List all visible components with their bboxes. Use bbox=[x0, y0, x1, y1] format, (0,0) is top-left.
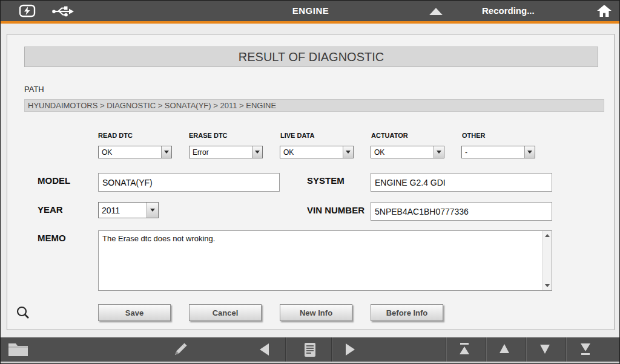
home-icon[interactable] bbox=[596, 4, 612, 20]
result-panel: RESULT OF DIAGNOSTIC PATH HYUNDAIMOTORS … bbox=[7, 34, 615, 330]
accent-line bbox=[1, 21, 620, 24]
cancel-button[interactable]: Cancel bbox=[189, 304, 262, 321]
chevron-down-icon[interactable] bbox=[343, 146, 353, 158]
magnifier-icon[interactable] bbox=[16, 305, 30, 322]
erase-dtc-value: Error bbox=[190, 146, 252, 158]
other-value: - bbox=[462, 146, 524, 158]
scroll-up-icon[interactable] bbox=[542, 231, 552, 240]
toolbar-divider bbox=[285, 337, 286, 362]
erase-dtc-select[interactable]: Error bbox=[189, 146, 263, 158]
actuator-value: OK bbox=[371, 146, 434, 158]
other-select[interactable]: - bbox=[461, 146, 535, 158]
chevron-down-icon[interactable] bbox=[161, 146, 171, 158]
path-label: PATH bbox=[24, 85, 44, 94]
chevron-down-icon[interactable] bbox=[524, 146, 535, 158]
read-dtc-value: OK bbox=[99, 146, 161, 158]
chevron-down-icon[interactable] bbox=[252, 146, 262, 158]
prev-arrow-icon[interactable] bbox=[260, 343, 269, 356]
memo-scrollbar[interactable] bbox=[542, 231, 552, 290]
scroll-bottom-icon[interactable] bbox=[579, 342, 592, 356]
scroll-down-icon[interactable] bbox=[542, 281, 552, 290]
eject-icon[interactable] bbox=[429, 8, 443, 15]
year-value: 2011 bbox=[99, 203, 147, 218]
breadcrumb: HYUNDAIMOTORS > DIAGNOSTIC > SONATA(YF) … bbox=[24, 99, 604, 112]
chevron-down-icon[interactable] bbox=[147, 203, 158, 218]
other-label: OTHER bbox=[462, 132, 486, 139]
before-info-button[interactable]: Before Info bbox=[371, 304, 443, 321]
new-info-button[interactable]: New Info bbox=[280, 304, 352, 321]
report-icon[interactable] bbox=[303, 342, 317, 358]
actuator-label: ACTUATOR bbox=[371, 132, 408, 139]
panel-header: RESULT OF DIAGNOSTIC bbox=[24, 47, 598, 67]
live-data-label: LIVE DATA bbox=[280, 132, 314, 139]
toolbar-divider bbox=[566, 337, 566, 362]
live-data-select[interactable]: OK bbox=[280, 146, 354, 158]
system-field[interactable] bbox=[371, 173, 552, 192]
system-label: SYSTEM bbox=[307, 175, 345, 186]
recording-status: Recording... bbox=[482, 1, 535, 21]
memo-label: MEMO bbox=[38, 233, 66, 243]
bottom-toolbar bbox=[1, 337, 620, 362]
scroll-down-arrow-icon[interactable] bbox=[538, 342, 552, 356]
read-dtc-select[interactable]: OK bbox=[98, 146, 172, 158]
actuator-select[interactable]: OK bbox=[371, 146, 444, 158]
memo-input[interactable]: The Erase dtc does not wroking. bbox=[99, 231, 542, 290]
toolbar-divider bbox=[486, 337, 486, 362]
live-data-value: OK bbox=[280, 146, 343, 158]
chevron-down-icon[interactable] bbox=[434, 146, 444, 158]
toolbar-divider bbox=[331, 337, 332, 362]
pencil-icon[interactable] bbox=[173, 342, 188, 357]
model-label: MODEL bbox=[38, 175, 70, 186]
next-arrow-icon[interactable] bbox=[346, 343, 355, 356]
vin-field[interactable] bbox=[371, 202, 552, 221]
year-select[interactable]: 2011 bbox=[98, 202, 159, 218]
read-dtc-label: READ DTC bbox=[98, 132, 133, 139]
folder-icon[interactable] bbox=[8, 341, 28, 357]
year-label: YEAR bbox=[38, 204, 63, 215]
erase-dtc-label: ERASE DTC bbox=[189, 132, 228, 139]
window-bottom-edge bbox=[1, 362, 620, 364]
toolbar-divider bbox=[526, 337, 526, 362]
save-button[interactable]: Save bbox=[98, 304, 171, 321]
model-field[interactable] bbox=[98, 173, 280, 192]
toolbar-divider bbox=[446, 337, 446, 362]
memo-field: The Erase dtc does not wroking. bbox=[98, 230, 552, 291]
diagnostic-app-window: ENGINE Recording... RESULT OF DIAGNOSTIC… bbox=[0, 0, 620, 364]
scroll-up-arrow-icon[interactable] bbox=[498, 342, 511, 356]
scroll-top-icon[interactable] bbox=[458, 342, 471, 356]
vin-label: VIN NUMBER bbox=[307, 204, 366, 216]
